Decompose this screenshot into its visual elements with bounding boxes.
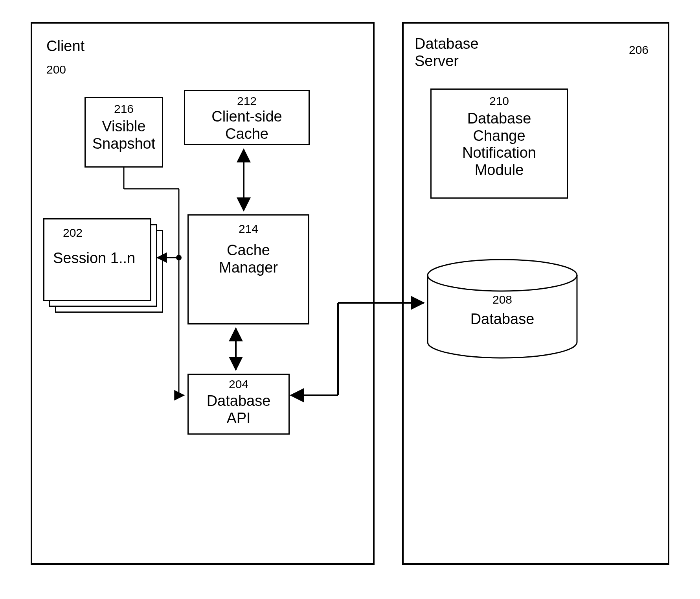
diagram-canvas: Client 200 Database Server 206 216 Visib…	[0, 0, 700, 599]
db-api-label: Database API	[187, 393, 290, 427]
visible-snapshot-label: Visible Snapshot	[85, 118, 163, 152]
server-id: 206	[629, 43, 649, 57]
visible-snapshot-id: 216	[85, 102, 163, 116]
session-id: 202	[63, 226, 83, 240]
database-label: Database	[428, 311, 577, 328]
client-title: Client	[46, 38, 85, 55]
notif-module-id: 210	[430, 94, 568, 108]
notif-module-label: Database Change Notification Module	[430, 110, 568, 179]
database-id: 208	[428, 293, 577, 306]
cache-manager-label: Cache Manager	[187, 242, 309, 276]
client-cache-label: Client-side Cache	[184, 108, 310, 142]
cache-manager-id: 214	[187, 222, 309, 236]
db-api-id: 204	[187, 378, 290, 391]
server-title: Database Server	[415, 35, 479, 70]
client-cache-id: 212	[184, 94, 310, 108]
session-label: Session 1..n	[53, 250, 135, 267]
client-id: 200	[46, 63, 66, 76]
